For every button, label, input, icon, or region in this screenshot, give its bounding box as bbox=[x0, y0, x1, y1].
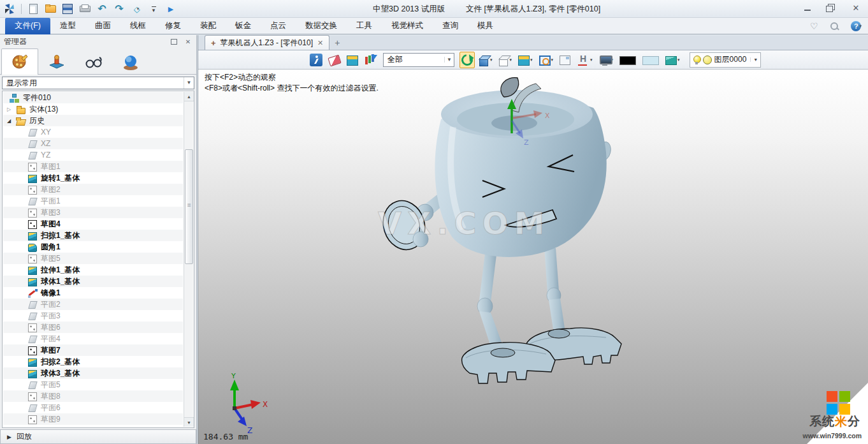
tree-item[interactable]: 镜像1 bbox=[3, 287, 183, 299]
print-button[interactable] bbox=[79, 3, 90, 15]
toolbar-options-button[interactable]: ▾ bbox=[148, 3, 159, 15]
eraser-button[interactable] bbox=[327, 52, 342, 68]
search-icon[interactable] bbox=[829, 21, 839, 31]
tree-item[interactable]: 平面3 bbox=[3, 310, 183, 322]
help-button[interactable]: ? ▾ bbox=[851, 21, 862, 31]
tree-item[interactable]: 平面5 bbox=[3, 379, 183, 390]
tree-item[interactable]: 草图6 bbox=[3, 322, 183, 333]
panel-float-button[interactable] bbox=[170, 38, 178, 45]
display-monitor-button[interactable]: ▾ bbox=[597, 52, 616, 68]
tab-visual-manager[interactable] bbox=[75, 50, 112, 74]
tree-item[interactable]: 扫掠2_基体 bbox=[3, 356, 183, 367]
walk-through-button[interactable] bbox=[308, 52, 324, 68]
ribbon-tab[interactable]: 线框 bbox=[120, 18, 156, 34]
pick-filter-combobox[interactable]: 全部 ▼ bbox=[383, 53, 454, 67]
tree-scrollbar[interactable]: ▲ ▼ bbox=[184, 92, 193, 427]
tree-item[interactable]: 拉伸1_基体 bbox=[3, 264, 183, 276]
tree-expand-arrow[interactable] bbox=[7, 118, 16, 124]
material-button[interactable]: ▾ bbox=[663, 52, 682, 68]
background-color-button[interactable] bbox=[640, 52, 661, 68]
ribbon-tab[interactable]: 造型 bbox=[50, 18, 85, 34]
3d-viewport[interactable]: 按下<F2>动态的观察 <F8>或者<Shift-roll> 查找下一个有效的过… bbox=[198, 70, 868, 444]
tree-item[interactable]: 草图1 bbox=[3, 161, 183, 172]
redo-button[interactable]: ↷ bbox=[113, 3, 125, 15]
ribbon-tab[interactable]: 工具 bbox=[347, 18, 382, 34]
scrollbar-thumb[interactable] bbox=[185, 149, 193, 264]
tree-item[interactable]: 球体3_基体 bbox=[3, 367, 183, 379]
zw3d-logo-icon[interactable] bbox=[4, 3, 15, 15]
tree-item[interactable]: YZ bbox=[3, 149, 183, 161]
tree-item[interactable]: 扫掠1_基体 bbox=[3, 230, 183, 241]
tree-item[interactable]: 草图2 bbox=[3, 184, 183, 195]
section-view-button[interactable]: ▾ bbox=[516, 52, 535, 68]
ribbon-tab[interactable]: 修复 bbox=[156, 18, 191, 34]
restore-button[interactable] bbox=[825, 3, 839, 13]
dropdown-arrow-icon[interactable]: ▾ bbox=[551, 57, 554, 63]
dropdown-arrow-icon[interactable]: ▾ bbox=[677, 57, 680, 63]
ribbon-tab[interactable]: 文件(F) bbox=[5, 18, 50, 34]
shaded-display-button[interactable]: ▾ bbox=[477, 52, 495, 68]
tree-item[interactable]: 平面4 bbox=[3, 333, 183, 344]
tree-item[interactable]: 草图7 bbox=[3, 344, 183, 356]
tree-item[interactable]: XY bbox=[3, 126, 183, 138]
ribbon-tab[interactable]: 曲面 bbox=[85, 18, 120, 34]
tree-item[interactable]: 旋转1_基体 bbox=[3, 172, 183, 184]
standard-view-button[interactable]: ◇▾ bbox=[131, 3, 142, 15]
layer-combobox[interactable]: 图层0000 ▼ bbox=[690, 52, 762, 68]
tree-item[interactable]: 草图8 bbox=[3, 390, 183, 402]
ribbon-tab[interactable]: 模具 bbox=[468, 18, 503, 34]
foreground-color-button[interactable] bbox=[618, 52, 638, 68]
new-file-button[interactable] bbox=[27, 3, 39, 15]
play-button[interactable]: ▶ bbox=[165, 3, 177, 15]
tree-item[interactable]: XZ bbox=[3, 138, 183, 149]
tab-close-icon[interactable]: ✕ bbox=[317, 39, 323, 47]
undo-button[interactable]: ↶ bbox=[96, 3, 108, 15]
paint-solid-button[interactable] bbox=[345, 52, 360, 68]
tab-render-manager[interactable] bbox=[112, 50, 149, 74]
dropdown-arrow-icon[interactable]: ▾ bbox=[490, 57, 493, 63]
tree-item[interactable]: 草图4 bbox=[3, 218, 183, 230]
tab-assembly-manager[interactable] bbox=[38, 50, 75, 74]
rotate-view-button[interactable] bbox=[459, 52, 475, 68]
dropdown-arrow-icon[interactable]: ▾ bbox=[530, 57, 533, 63]
chevron-down-icon[interactable]: ▼ bbox=[750, 57, 758, 62]
open-file-button[interactable] bbox=[45, 3, 56, 15]
tab-history-manager[interactable] bbox=[1, 48, 38, 75]
zoom-window-button[interactable]: ▾ bbox=[537, 52, 556, 68]
tree-item[interactable]: 历史 bbox=[3, 115, 183, 126]
panel-close-button[interactable]: ✕ bbox=[184, 38, 192, 45]
scroll-down-arrow-icon[interactable]: ▼ bbox=[184, 417, 194, 427]
close-button[interactable]: ✕ bbox=[849, 3, 863, 13]
tree-item[interactable]: 平面6 bbox=[3, 402, 183, 413]
display-filter-combobox[interactable]: 显示常用 ▼ bbox=[2, 77, 194, 89]
tree-item[interactable]: 草图3 bbox=[3, 207, 183, 218]
minimize-button[interactable] bbox=[800, 3, 814, 13]
ribbon-tab[interactable]: 点云 bbox=[261, 18, 296, 34]
pick-filter-button[interactable] bbox=[363, 52, 378, 68]
new-tab-button[interactable]: + bbox=[335, 38, 340, 50]
playback-bar[interactable]: ▶ 回放 bbox=[0, 429, 196, 444]
ribbon-tab[interactable]: 装配 bbox=[191, 18, 226, 34]
tree-item[interactable]: 平面1 bbox=[3, 195, 183, 207]
dropdown-arrow-icon[interactable]: ▾ bbox=[510, 57, 512, 63]
tree-item[interactable]: 圆角1 bbox=[3, 241, 183, 253]
scroll-up-arrow-icon[interactable]: ▲ bbox=[184, 92, 194, 101]
wireframe-display-button[interactable]: ▾ bbox=[497, 52, 514, 68]
dropdown-arrow-icon[interactable]: ▾ bbox=[590, 57, 593, 63]
robot-model[interactable]: X Z VX.COM Y bbox=[198, 70, 868, 444]
tree-expand-arrow[interactable] bbox=[7, 107, 16, 112]
tree-item[interactable]: 零件010 bbox=[3, 92, 183, 103]
viewport-layout-button[interactable] bbox=[558, 52, 572, 68]
favorite-heart-icon[interactable]: ♡ bbox=[810, 21, 818, 31]
ribbon-tab[interactable]: 查询 bbox=[433, 18, 468, 34]
tree-item[interactable]: 草图5 bbox=[3, 253, 183, 264]
tree-item[interactable]: 球体1_基体 bbox=[3, 276, 183, 287]
tree-item[interactable]: 实体(13) bbox=[3, 103, 183, 115]
ribbon-tab[interactable]: 钣金 bbox=[226, 18, 261, 34]
tree-item[interactable]: 草图9 bbox=[3, 413, 183, 425]
align-hold-button[interactable]: H▾ bbox=[575, 52, 595, 68]
save-button[interactable] bbox=[62, 3, 73, 15]
tree-item[interactable]: 平面2 bbox=[3, 299, 183, 310]
ribbon-tab[interactable]: 数据交换 bbox=[296, 18, 347, 34]
ribbon-tab[interactable]: 视觉样式 bbox=[382, 18, 433, 34]
